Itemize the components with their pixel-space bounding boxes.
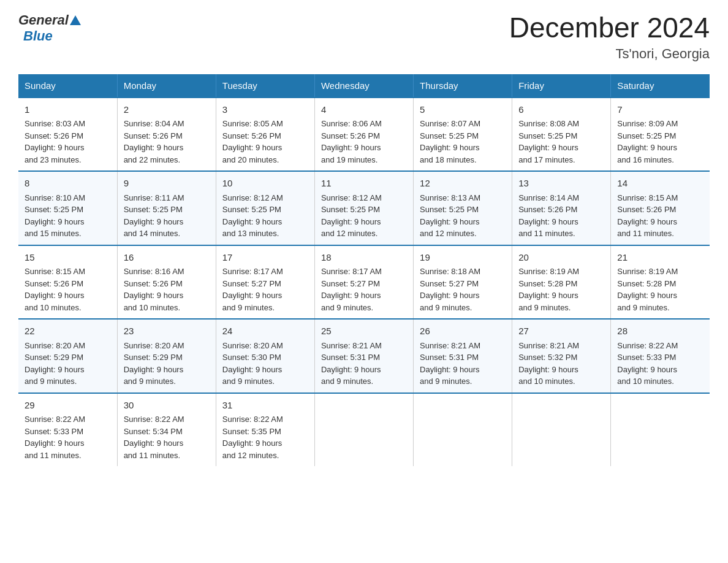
day-sun-info: Sunrise: 8:15 AM Sunset: 5:26 PM Dayligh… — [25, 266, 111, 313]
calendar-header: SundayMondayTuesdayWednesdayThursdayFrid… — [18, 74, 710, 98]
calendar-cell: 28Sunrise: 8:22 AM Sunset: 5:33 PM Dayli… — [611, 319, 710, 393]
calendar-week-row: 22Sunrise: 8:20 AM Sunset: 5:29 PM Dayli… — [18, 319, 710, 393]
calendar-body: 1Sunrise: 8:03 AM Sunset: 5:26 PM Daylig… — [18, 98, 710, 467]
day-sun-info: Sunrise: 8:19 AM Sunset: 5:28 PM Dayligh… — [617, 266, 703, 313]
calendar-cell: 21Sunrise: 8:19 AM Sunset: 5:28 PM Dayli… — [611, 245, 710, 320]
calendar-cell: 8Sunrise: 8:10 AM Sunset: 5:25 PM Daylig… — [18, 171, 117, 245]
calendar-cell: 7Sunrise: 8:09 AM Sunset: 5:25 PM Daylig… — [611, 98, 710, 172]
day-sun-info: Sunrise: 8:06 AM Sunset: 5:26 PM Dayligh… — [321, 118, 407, 166]
day-sun-info: Sunrise: 8:12 AM Sunset: 5:25 PM Dayligh… — [222, 192, 308, 240]
logo-general-text: General — [18, 12, 69, 28]
day-number: 30 — [124, 399, 210, 413]
day-number: 20 — [518, 251, 604, 265]
day-number: 2 — [124, 103, 210, 117]
weekday-header-monday: Monday — [117, 74, 216, 98]
weekday-header-thursday: Thursday — [414, 74, 512, 98]
day-number: 19 — [420, 251, 506, 265]
calendar-cell: 11Sunrise: 8:12 AM Sunset: 5:25 PM Dayli… — [314, 171, 413, 245]
weekday-header-saturday: Saturday — [611, 74, 710, 98]
calendar-cell: 6Sunrise: 8:08 AM Sunset: 5:25 PM Daylig… — [512, 98, 611, 172]
day-sun-info: Sunrise: 8:05 AM Sunset: 5:26 PM Dayligh… — [222, 118, 308, 166]
day-number: 1 — [25, 103, 111, 117]
day-number: 15 — [25, 251, 111, 265]
day-number: 23 — [124, 324, 210, 339]
calendar-cell: 19Sunrise: 8:18 AM Sunset: 5:27 PM Dayli… — [414, 245, 512, 320]
logo: General Blue — [18, 12, 81, 44]
calendar-cell: 1Sunrise: 8:03 AM Sunset: 5:26 PM Daylig… — [18, 98, 117, 172]
day-number: 9 — [124, 177, 210, 191]
weekday-header-friday: Friday — [512, 74, 611, 98]
day-number: 5 — [420, 103, 506, 117]
day-sun-info: Sunrise: 8:22 AM Sunset: 5:35 PM Dayligh… — [222, 413, 308, 461]
calendar-cell: 16Sunrise: 8:16 AM Sunset: 5:26 PM Dayli… — [117, 245, 216, 320]
day-sun-info: Sunrise: 8:21 AM Sunset: 5:31 PM Dayligh… — [420, 340, 506, 388]
calendar-table: SundayMondayTuesdayWednesdayThursdayFrid… — [18, 74, 710, 467]
weekday-header-sunday: Sunday — [18, 74, 117, 98]
calendar-week-row: 15Sunrise: 8:15 AM Sunset: 5:26 PM Dayli… — [18, 245, 710, 320]
day-number: 28 — [617, 324, 703, 339]
calendar-cell: 27Sunrise: 8:21 AM Sunset: 5:32 PM Dayli… — [512, 319, 611, 393]
calendar-cell: 22Sunrise: 8:20 AM Sunset: 5:29 PM Dayli… — [18, 319, 117, 393]
weekday-header-row: SundayMondayTuesdayWednesdayThursdayFrid… — [18, 74, 710, 98]
calendar-cell: 9Sunrise: 8:11 AM Sunset: 5:25 PM Daylig… — [117, 171, 216, 245]
day-sun-info: Sunrise: 8:13 AM Sunset: 5:25 PM Dayligh… — [420, 192, 506, 240]
calendar-cell: 2Sunrise: 8:04 AM Sunset: 5:26 PM Daylig… — [117, 98, 216, 172]
day-sun-info: Sunrise: 8:12 AM Sunset: 5:25 PM Dayligh… — [321, 192, 407, 240]
calendar-cell: 20Sunrise: 8:19 AM Sunset: 5:28 PM Dayli… — [512, 245, 611, 320]
weekday-header-tuesday: Tuesday — [216, 74, 314, 98]
day-sun-info: Sunrise: 8:04 AM Sunset: 5:26 PM Dayligh… — [124, 118, 210, 166]
calendar-cell: 12Sunrise: 8:13 AM Sunset: 5:25 PM Dayli… — [414, 171, 512, 245]
calendar-title-area: December 2024 Ts'nori, Georgia — [509, 12, 710, 62]
day-sun-info: Sunrise: 8:20 AM Sunset: 5:29 PM Dayligh… — [124, 340, 210, 388]
calendar-cell: 25Sunrise: 8:21 AM Sunset: 5:31 PM Dayli… — [314, 319, 413, 393]
calendar-cell: 23Sunrise: 8:20 AM Sunset: 5:29 PM Dayli… — [117, 319, 216, 393]
day-sun-info: Sunrise: 8:14 AM Sunset: 5:26 PM Dayligh… — [518, 192, 604, 240]
day-sun-info: Sunrise: 8:17 AM Sunset: 5:27 PM Dayligh… — [321, 266, 407, 313]
day-sun-info: Sunrise: 8:22 AM Sunset: 5:33 PM Dayligh… — [25, 413, 111, 461]
day-number: 3 — [222, 103, 308, 117]
day-sun-info: Sunrise: 8:07 AM Sunset: 5:25 PM Dayligh… — [420, 118, 506, 166]
day-sun-info: Sunrise: 8:17 AM Sunset: 5:27 PM Dayligh… — [222, 266, 308, 313]
logo-triangle-icon — [70, 15, 81, 25]
day-number: 17 — [222, 251, 308, 265]
calendar-cell: 30Sunrise: 8:22 AM Sunset: 5:34 PM Dayli… — [117, 393, 216, 467]
day-number: 29 — [25, 399, 111, 413]
day-number: 13 — [518, 177, 604, 191]
day-number: 18 — [321, 251, 407, 265]
calendar-cell: 3Sunrise: 8:05 AM Sunset: 5:26 PM Daylig… — [216, 98, 314, 172]
day-number: 14 — [617, 177, 703, 191]
calendar-cell — [414, 393, 512, 467]
day-number: 21 — [617, 251, 703, 265]
calendar-cell: 15Sunrise: 8:15 AM Sunset: 5:26 PM Dayli… — [18, 245, 117, 320]
day-sun-info: Sunrise: 8:22 AM Sunset: 5:33 PM Dayligh… — [617, 340, 703, 388]
calendar-location: Ts'nori, Georgia — [509, 46, 710, 62]
calendar-month-year: December 2024 — [509, 12, 710, 44]
calendar-cell: 26Sunrise: 8:21 AM Sunset: 5:31 PM Dayli… — [414, 319, 512, 393]
day-sun-info: Sunrise: 8:19 AM Sunset: 5:28 PM Dayligh… — [518, 266, 604, 313]
day-number: 11 — [321, 177, 407, 191]
day-number: 24 — [222, 324, 308, 339]
calendar-cell — [512, 393, 611, 467]
calendar-cell: 18Sunrise: 8:17 AM Sunset: 5:27 PM Dayli… — [314, 245, 413, 320]
day-sun-info: Sunrise: 8:08 AM Sunset: 5:25 PM Dayligh… — [518, 118, 604, 166]
calendar-cell — [611, 393, 710, 467]
calendar-cell: 4Sunrise: 8:06 AM Sunset: 5:26 PM Daylig… — [314, 98, 413, 172]
day-sun-info: Sunrise: 8:18 AM Sunset: 5:27 PM Dayligh… — [420, 266, 506, 313]
calendar-week-row: 8Sunrise: 8:10 AM Sunset: 5:25 PM Daylig… — [18, 171, 710, 245]
day-number: 26 — [420, 324, 506, 339]
calendar-cell: 17Sunrise: 8:17 AM Sunset: 5:27 PM Dayli… — [216, 245, 314, 320]
day-number: 22 — [25, 324, 111, 339]
day-sun-info: Sunrise: 8:03 AM Sunset: 5:26 PM Dayligh… — [25, 118, 111, 166]
day-number: 6 — [518, 103, 604, 117]
calendar-week-row: 29Sunrise: 8:22 AM Sunset: 5:33 PM Dayli… — [18, 393, 710, 467]
day-number: 16 — [124, 251, 210, 265]
day-sun-info: Sunrise: 8:22 AM Sunset: 5:34 PM Dayligh… — [124, 413, 210, 461]
day-sun-info: Sunrise: 8:20 AM Sunset: 5:30 PM Dayligh… — [222, 340, 308, 388]
day-number: 8 — [25, 177, 111, 191]
day-number: 27 — [518, 324, 604, 339]
day-sun-info: Sunrise: 8:15 AM Sunset: 5:26 PM Dayligh… — [617, 192, 703, 240]
day-number: 25 — [321, 324, 407, 339]
calendar-cell: 13Sunrise: 8:14 AM Sunset: 5:26 PM Dayli… — [512, 171, 611, 245]
calendar-cell: 24Sunrise: 8:20 AM Sunset: 5:30 PM Dayli… — [216, 319, 314, 393]
calendar-cell: 31Sunrise: 8:22 AM Sunset: 5:35 PM Dayli… — [216, 393, 314, 467]
